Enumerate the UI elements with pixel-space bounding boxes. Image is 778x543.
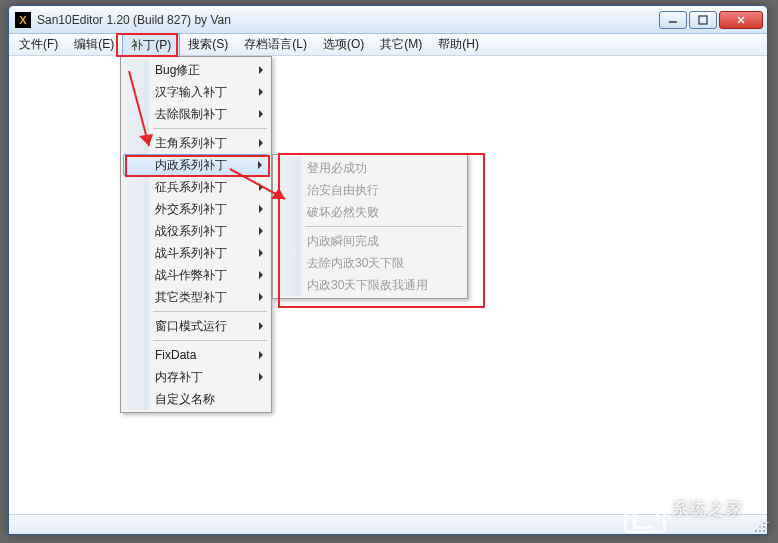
maximize-button[interactable] [689,11,717,29]
dd-other[interactable]: 其它类型补丁 [123,286,269,308]
dd-waijiao[interactable]: 外交系列补丁 [123,198,269,220]
chevron-right-icon [259,373,263,381]
dd-label: FixData [155,348,196,362]
dd-label: Bug修正 [155,62,200,79]
menu-label: 文件(F) [19,36,58,53]
svg-rect-1 [699,16,707,24]
dd-zhandoucheat[interactable]: 战斗作弊补丁 [123,264,269,286]
dd-neizheng[interactable]: 内政系列补丁 [123,154,269,176]
app-window: X San10Editor 1.20 (Build 827) by Van 文件… [8,5,768,535]
dd-zhengbing[interactable]: 征兵系列补丁 [123,176,269,198]
dd-hanzi[interactable]: 汉字输入补丁 [123,81,269,103]
menu-patch[interactable]: 补丁(P) [122,34,180,55]
menu-other[interactable]: 其它(M) [372,34,430,55]
chevron-right-icon [259,249,263,257]
sm-dengyong[interactable]: 登用必成功 [275,157,465,179]
dd-customname[interactable]: 自定义名称 [123,388,269,410]
sm-instant[interactable]: 内政瞬间完成 [275,230,465,252]
chevron-right-icon [259,351,263,359]
dd-label: 外交系列补丁 [155,201,227,218]
dd-label: 内存补丁 [155,369,203,386]
dd-label: 其它类型补丁 [155,289,227,306]
sm-30universal[interactable]: 内政30天下限敌我通用 [275,274,465,296]
dd-label: 内政系列补丁 [155,157,227,174]
menu-file[interactable]: 文件(F) [11,34,66,55]
menubar: 文件(F) 编辑(E) 补丁(P) 搜索(S) 存档语言(L) 选项(O) 其它… [9,34,767,56]
separator [153,340,267,341]
chevron-right-icon [259,183,263,191]
sm-remove30[interactable]: 去除内政30天下限 [275,252,465,274]
dd-label: 汉字输入补丁 [155,84,227,101]
chevron-right-icon [259,227,263,235]
menu-edit[interactable]: 编辑(E) [66,34,122,55]
app-icon: X [15,12,31,28]
menu-options[interactable]: 选项(O) [315,34,372,55]
dd-zhandou[interactable]: 战斗系列补丁 [123,242,269,264]
resize-grip-icon[interactable] [751,518,765,532]
dd-label: 主角系列补丁 [155,135,227,152]
sm-zhian[interactable]: 治安自由执行 [275,179,465,201]
dd-label: 战斗作弊补丁 [155,267,227,284]
chevron-right-icon [259,271,263,279]
statusbar [9,514,767,534]
dd-bugfix[interactable]: Bug修正 [123,59,269,81]
dd-label: 治安自由执行 [307,182,379,199]
separator [153,311,267,312]
dd-label: 内政瞬间完成 [307,233,379,250]
menu-label: 编辑(E) [74,36,114,53]
titlebar: X San10Editor 1.20 (Build 827) by Van [9,6,767,34]
dd-label: 自定义名称 [155,391,215,408]
patch-dropdown: Bug修正 汉字输入补丁 去除限制补丁 主角系列补丁 内政系列补丁 征兵系列补丁… [120,56,272,413]
dd-label: 破坏必然失败 [307,204,379,221]
window-title: San10Editor 1.20 (Build 827) by Van [37,13,659,27]
menu-help[interactable]: 帮助(H) [430,34,487,55]
menu-label: 选项(O) [323,36,364,53]
chevron-right-icon [259,322,263,330]
menu-label: 其它(M) [380,36,422,53]
menu-label: 补丁(P) [131,37,171,54]
separator [153,128,267,129]
dd-label: 战役系列补丁 [155,223,227,240]
menu-search[interactable]: 搜索(S) [180,34,236,55]
chevron-right-icon [259,293,263,301]
close-button[interactable] [719,11,763,29]
dd-removelimit[interactable]: 去除限制补丁 [123,103,269,125]
dd-label: 窗口模式运行 [155,318,227,335]
dd-label: 内政30天下限敌我通用 [307,277,428,294]
dd-label: 去除内政30天下限 [307,255,404,272]
dd-mempatch[interactable]: 内存补丁 [123,366,269,388]
chevron-right-icon [258,161,262,169]
chevron-right-icon [259,66,263,74]
chevron-right-icon [259,110,263,118]
menu-label: 存档语言(L) [244,36,307,53]
minimize-button[interactable] [659,11,687,29]
chevron-right-icon [259,88,263,96]
menu-label: 帮助(H) [438,36,479,53]
dd-windowmode[interactable]: 窗口模式运行 [123,315,269,337]
menu-label: 搜索(S) [188,36,228,53]
window-controls [659,11,763,29]
dd-label: 去除限制补丁 [155,106,227,123]
sm-pohuai[interactable]: 破坏必然失败 [275,201,465,223]
separator [305,226,463,227]
dd-label: 登用必成功 [307,160,367,177]
neizheng-submenu: 登用必成功 治安自由执行 破坏必然失败 内政瞬间完成 去除内政30天下限 内政3… [272,154,468,299]
chevron-right-icon [259,139,263,147]
dd-fixdata[interactable]: FixData [123,344,269,366]
chevron-right-icon [259,205,263,213]
menu-lang[interactable]: 存档语言(L) [236,34,315,55]
dd-protagonist[interactable]: 主角系列补丁 [123,132,269,154]
dd-label: 战斗系列补丁 [155,245,227,262]
dd-label: 征兵系列补丁 [155,179,227,196]
dd-zhanyi[interactable]: 战役系列补丁 [123,220,269,242]
